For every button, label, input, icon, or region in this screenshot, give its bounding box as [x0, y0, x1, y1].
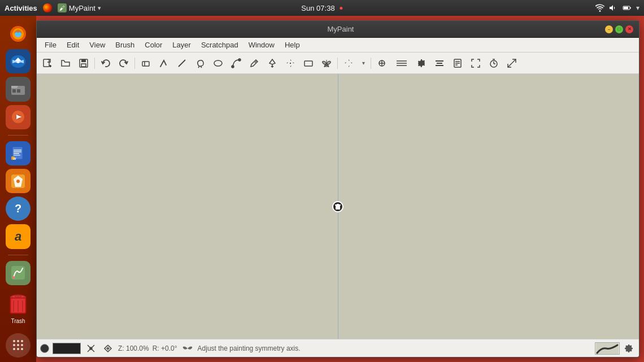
tool-new[interactable]: [39, 55, 56, 71]
svg-point-38: [13, 348, 15, 350]
brush-colors-swatch[interactable]: [595, 342, 620, 355]
menu-brush[interactable]: Brush: [111, 40, 139, 50]
sidebar-item-writer[interactable]: W: [6, 141, 31, 165]
menu-view[interactable]: View: [85, 40, 110, 50]
svg-rect-60: [290, 63, 291, 64]
tool-symmetry[interactable]: [318, 55, 335, 71]
menu-color[interactable]: Color: [140, 40, 167, 50]
mypaint-window: MyPaint – □ ✕ File Edit View Brush Color…: [36, 20, 639, 357]
wifi-icon[interactable]: [595, 3, 604, 12]
window-controls: – □ ✕: [605, 25, 633, 33]
sidebar-item-thunderbird[interactable]: [6, 49, 31, 73]
svg-point-36: [17, 344, 19, 346]
tool-save[interactable]: [75, 55, 92, 71]
help-label: ?: [15, 202, 21, 215]
close-button[interactable]: ✕: [625, 25, 633, 33]
sidebar-item-mypaint[interactable]: [6, 261, 31, 285]
toolbar-sep-4: [371, 58, 371, 69]
sidebar-separator-1: [8, 135, 28, 136]
tool-line[interactable]: [173, 55, 190, 71]
color-swatch[interactable]: [53, 343, 81, 354]
svg-line-50: [198, 66, 199, 68]
sidebar-item-appstore[interactable]: [6, 169, 31, 193]
menu-layer[interactable]: Layer: [168, 40, 195, 50]
minimize-button[interactable]: –: [605, 25, 613, 33]
svg-rect-73: [436, 60, 443, 62]
window-title: MyPaint: [328, 25, 354, 33]
sidebar-item-amazon[interactable]: a: [6, 224, 31, 248]
tool-notes[interactable]: [449, 55, 466, 71]
menu-help[interactable]: Help: [280, 40, 304, 50]
status-bar: Z: 100.0% R: +0.0° Adjust the painting s…: [37, 339, 639, 357]
tool-layers[interactable]: [391, 55, 412, 71]
svg-rect-46: [81, 64, 86, 67]
svg-marker-57: [290, 64, 291, 67]
tool-pan[interactable]: [340, 55, 357, 71]
pick-brush-button[interactable]: [101, 342, 115, 355]
top-bar-right: ▾: [595, 3, 639, 12]
svg-rect-28: [15, 295, 21, 297]
tool-expand[interactable]: [503, 55, 520, 71]
tool-settings[interactable]: [413, 55, 430, 71]
toolbar-sep-1: [94, 58, 95, 69]
svg-line-85: [508, 63, 512, 67]
sidebar-item-files[interactable]: [6, 77, 31, 101]
svg-rect-8: [12, 89, 16, 93]
app-indicator[interactable]: [43, 3, 52, 12]
tool-pan-dropdown[interactable]: ▾: [358, 55, 368, 71]
tool-bezier[interactable]: [228, 55, 245, 71]
sidebar-item-help[interactable]: ?: [6, 197, 31, 221]
tool-open[interactable]: [57, 55, 74, 71]
tool-frame[interactable]: [300, 55, 317, 71]
tool-eraser[interactable]: [137, 55, 154, 71]
sidebar-item-rhythmbox[interactable]: [6, 105, 31, 129]
ubuntu-dock: W ? a: [0, 16, 36, 362]
toolbar-sep-2: [134, 58, 135, 69]
canvas-area[interactable]: [37, 74, 639, 339]
svg-text:W: W: [13, 157, 16, 160]
svg-point-39: [17, 348, 19, 350]
tool-fill[interactable]: [264, 55, 281, 71]
tool-lasso[interactable]: [192, 55, 208, 71]
amazon-label: a: [15, 229, 21, 244]
trash-icon[interactable]: [6, 292, 31, 317]
symmetry-status-icon[interactable]: [181, 342, 194, 355]
system-menu-arrow[interactable]: ▾: [636, 4, 639, 12]
svg-point-40: [21, 348, 23, 350]
menu-scratchpad[interactable]: Scratchpad: [197, 40, 243, 50]
tool-clone[interactable]: [373, 55, 390, 71]
app-grid-button[interactable]: [6, 333, 31, 357]
svg-line-84: [512, 59, 516, 63]
tool-move[interactable]: [282, 55, 299, 71]
tool-redo[interactable]: [115, 55, 132, 71]
svg-rect-88: [337, 204, 339, 205]
tool-align[interactable]: [431, 55, 448, 71]
maximize-button[interactable]: □: [615, 25, 623, 33]
brush-settings-button[interactable]: [622, 342, 636, 355]
svg-point-21: [16, 180, 20, 183]
svg-rect-1: [630, 7, 631, 8]
tool-undo[interactable]: [97, 55, 114, 71]
svg-rect-14: [14, 150, 21, 151]
tool-fullscreen[interactable]: [467, 55, 484, 71]
canvas-cursor: [331, 200, 345, 213]
mypaint-app-indicator[interactable]: 🖌 MyPaint ▾: [58, 3, 101, 12]
tool-ellipse[interactable]: [210, 55, 227, 71]
status-message: Adjust the painting symmetry axis.: [198, 344, 301, 352]
menu-file[interactable]: File: [40, 40, 61, 50]
edit-brush-button[interactable]: [84, 342, 98, 355]
sound-icon[interactable]: [609, 3, 618, 12]
sidebar-item-firefox[interactable]: [6, 21, 31, 46]
menu-edit[interactable]: Edit: [62, 40, 84, 50]
status-right: [595, 342, 636, 355]
trash-container: Trash: [6, 292, 31, 324]
tool-timer[interactable]: [485, 55, 502, 71]
tool-eyedropper[interactable]: [246, 55, 263, 71]
activities-button[interactable]: Activities: [5, 4, 37, 12]
brush-size-preview: [40, 344, 49, 353]
svg-point-33: [17, 340, 19, 342]
menu-window[interactable]: Window: [244, 40, 279, 50]
svg-rect-41: [43, 59, 49, 67]
tool-freehand[interactable]: [155, 55, 172, 71]
system-icon[interactable]: [623, 3, 632, 12]
